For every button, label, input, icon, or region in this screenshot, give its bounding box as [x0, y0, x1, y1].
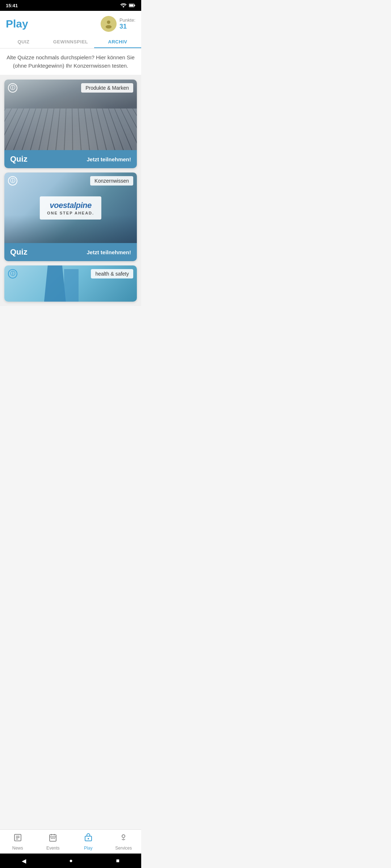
card-2-footer: Quiz Jetzt teilnehmen!	[4, 243, 137, 261]
card-1-info-icon[interactable]: ⓘ	[8, 83, 17, 93]
card-2-label: Quiz	[10, 247, 28, 257]
points-value: 31	[119, 23, 135, 30]
card-2-image: voestalpine ONE STEP AHEAD. ⓘ Konzernwis…	[4, 173, 137, 243]
cards-container: ⓘ Produkte & Marken Quiz Jetzt teilnehme…	[0, 75, 141, 306]
points-label: Punkte:	[119, 17, 135, 23]
quiz-card-1[interactable]: ⓘ Produkte & Marken Quiz Jetzt teilnehme…	[4, 80, 137, 168]
card-1-cta[interactable]: Jetzt teilnehmen!	[87, 156, 131, 162]
card-3-info-icon[interactable]: ⓘ	[8, 269, 17, 278]
avatar	[101, 16, 117, 32]
status-time: 15:41	[6, 3, 18, 8]
archiv-description: Alte Quizze nochmals durchspielen? Hier …	[0, 48, 141, 75]
user-icon	[104, 19, 114, 29]
battery-icon	[129, 3, 135, 8]
header-right: Punkte: 31	[101, 16, 135, 32]
svg-point-3	[107, 21, 110, 24]
header: Play Punkte: 31	[0, 11, 141, 34]
card-2-cta[interactable]: Jetzt teilnehmen!	[87, 249, 131, 255]
card-1-image: ⓘ Produkte & Marken	[4, 80, 137, 150]
tab-archiv[interactable]: ARCHIV	[94, 35, 141, 48]
page-title: Play	[6, 18, 28, 30]
tabs-bar: QUIZ GEWINNSPIEL ARCHIV	[0, 34, 141, 48]
svg-rect-2	[129, 4, 133, 7]
tab-gewinnspiel[interactable]: GEWINNSPIEL	[47, 35, 94, 48]
points-box: Punkte: 31	[119, 17, 135, 30]
card-2-category: Konzernwissen	[90, 176, 133, 186]
svg-rect-1	[134, 5, 135, 6]
quiz-card-2[interactable]: voestalpine ONE STEP AHEAD. ⓘ Konzernwis…	[4, 173, 137, 261]
card-1-label: Quiz	[10, 154, 28, 164]
tab-quiz[interactable]: QUIZ	[0, 35, 47, 48]
status-icons	[120, 3, 135, 8]
card-2-info-icon[interactable]: ⓘ	[8, 176, 17, 186]
wifi-icon	[120, 3, 127, 8]
svg-point-4	[106, 25, 112, 29]
quiz-card-3[interactable]: ⓘ health & safety	[4, 265, 137, 302]
status-bar: 15:41	[0, 0, 141, 11]
card-3-category: health & safety	[91, 269, 133, 278]
voestalpine-sign: voestalpine ONE STEP AHEAD.	[40, 196, 101, 220]
card-1-category: Produkte & Marken	[81, 83, 133, 93]
card-1-footer: Quiz Jetzt teilnehmen!	[4, 150, 137, 168]
card-3-image: ⓘ health & safety	[4, 265, 137, 302]
